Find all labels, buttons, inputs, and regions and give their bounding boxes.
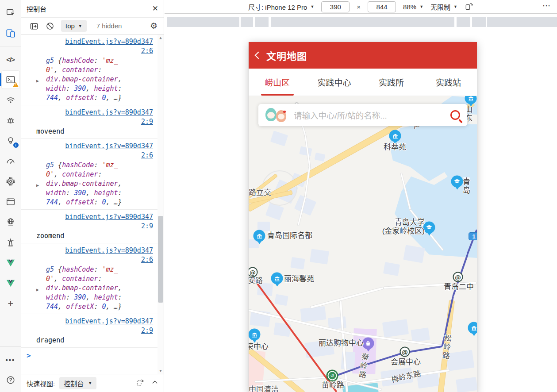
poi-label: 会展中心 [391,358,421,367]
close-icon[interactable]: ✕ [152,5,158,12]
device-selector[interactable]: 尺寸: iPhone 12 Pro ▼ [248,2,314,12]
building-block [315,153,326,161]
transit-station-icon[interactable]: ↺ [327,370,338,382]
elements-icon[interactable]: </> [2,50,19,68]
console-settings-gear-icon[interactable]: ⚙ [150,21,157,31]
tab-2[interactable]: 实践中心 [306,69,363,96]
poi-marker-building[interactable] [468,322,477,334]
log-source-link[interactable]: bindEvent.js?v=890d347 2:6 [27,246,153,265]
lighthouse-icon[interactable] [2,234,19,251]
poi-marker-building[interactable] [389,130,401,142]
road-label: 路立交 [249,188,271,197]
expand-object-icon[interactable]: ▶ [36,181,39,190]
map-canvas[interactable]: 1@@@↺山东科萃苑青岛海尔路路立交青岛国际名都青岛大学 (金家岭校区)安路丽海… [249,96,477,392]
console-log-area: bindEvent.js?v=890d347 2:6▶g5 {hashCode:… [21,35,164,374]
network-conditions-icon[interactable] [2,213,19,231]
log-object-preview[interactable]: ▶g5 {hashCode: 'mz_ 0', container: div.b… [27,161,153,207]
metro-station-icon[interactable]: @ [453,272,463,282]
poi-label: 青岛 [463,177,477,195]
poi-marker-building[interactable] [271,273,283,284]
poi-label: 苗岭路 [322,381,344,390]
log-source-link[interactable]: bindEvent.js?v=890d347 2:9 [27,108,153,127]
minor-road [310,287,384,309]
console-prompt[interactable]: > [21,348,157,363]
application-icon[interactable] [2,193,19,211]
help-icon[interactable] [2,371,19,389]
poi-marker-school[interactable] [423,222,435,234]
log-source-link[interactable]: bindEvent.js?v=890d347 2:9 [27,212,153,231]
metro-station-icon[interactable]: @ [400,347,410,357]
device-width-input[interactable] [321,1,350,12]
quick-view-selector[interactable]: 控制台 ▼ [59,377,96,389]
console-log-entry: bindEvent.js?v=890d347 2:6▶g5 {hashCode:… [21,243,157,314]
scrollbar-thumb[interactable] [158,216,163,303]
device-emulation-icon[interactable] [2,24,19,42]
poi-marker-building[interactable] [465,96,477,104]
building-block [383,262,400,276]
log-source-link[interactable]: bindEvent.js?v=890d347 2:9 [27,317,153,335]
console-log-entry: bindEvent.js?v=890d347 2:9dragend [21,314,157,348]
throttling-value: 无限制 [430,2,450,12]
throttling-selector[interactable]: 无限制 ▼ [430,2,457,12]
console-panel-header: 控制台 ✕ [21,0,164,18]
info-badge: i [13,142,19,148]
activity-bar-location-icon[interactable] [136,378,144,388]
zoom-value: 88% [403,3,416,11]
app-header: 文明地图 [249,42,477,69]
open-console-sidebar-icon[interactable] [29,21,39,31]
building-block [300,306,327,322]
debugger-icon[interactable] [2,111,19,129]
skeleton-block [271,17,454,27]
hidden-messages-count[interactable]: 7 hidden [96,22,122,30]
poi-marker-building[interactable] [249,329,261,341]
skeleton-block [472,17,486,27]
log-source-link[interactable]: bindEvent.js?v=890d347 2:6 [27,37,153,56]
expand-object-icon[interactable]: ▶ [36,285,39,294]
inspect-tool-icon[interactable] [2,4,19,22]
building-block [274,294,288,306]
performance-icon[interactable] [2,152,19,170]
building-block [411,327,430,342]
expand-object-icon[interactable]: ▶ [36,76,39,85]
poi-marker-school[interactable] [451,176,463,188]
search-icon[interactable] [450,110,460,120]
poi-marker-building[interactable] [254,230,265,242]
vue-devtools-icon[interactable] [2,254,19,272]
poi-marker-mall[interactable] [362,338,374,350]
skeleton-block [167,17,239,27]
poi-label: 青岛二中 [444,283,474,292]
tab-3[interactable]: 实践所 [363,69,420,96]
log-object-preview[interactable]: ▶g5 {hashCode: 'mz_ 0', container: div.b… [27,56,153,103]
add-tools-icon[interactable]: + [2,295,19,312]
poi-label: 科萃苑 [384,143,406,152]
console-icon[interactable]: ! [2,71,19,88]
scroll-down-icon[interactable]: ▼ [157,368,164,374]
javascript-context-dropdown[interactable]: top ▼ [61,20,87,32]
chevron-down-icon: ▼ [88,381,92,385]
collapse-quick-view-icon[interactable] [151,379,158,388]
scroll-up-icon[interactable]: ▲ [157,35,164,41]
poi-label: 青岛国际名都 [267,231,312,240]
console-log-entry: bindEvent.js?v=890d347 2:6▶g5 {hashCode:… [21,35,157,105]
zoom-selector[interactable]: 88% ▼ [403,3,423,11]
skeleton-block [457,17,470,27]
tab-4[interactable]: 实践站 [420,69,477,96]
vue-devtools-icon[interactable] [2,274,19,292]
more-tools-icon[interactable]: ••• [2,351,19,369]
road-shield[interactable]: 1 [469,232,477,240]
memory-icon[interactable] [2,173,19,190]
issues-icon[interactable]: i [2,132,19,150]
clear-console-icon[interactable] [45,21,55,31]
more-options-icon[interactable]: ⋯ [542,1,551,11]
console-scrollbar[interactable]: ▲ ▼ [157,35,164,374]
search-input[interactable]: 请输入中心/所/站的名称... [294,109,445,121]
network-icon[interactable] [2,91,19,109]
log-source-link[interactable]: bindEvent.js?v=890d347 2:6 [27,142,153,160]
back-icon[interactable] [255,52,262,59]
rotate-device-icon[interactable] [465,2,473,12]
metro-station-icon[interactable]: @ [249,267,258,277]
log-object-preview[interactable]: ▶g5 {hashCode: 'mz_ 0', container: div.b… [27,265,153,311]
search-bar[interactable]: 请输入中心/所/站的名称... [258,104,467,126]
device-height-input[interactable] [368,1,396,12]
tab-1[interactable]: 崂山区 [249,69,306,96]
